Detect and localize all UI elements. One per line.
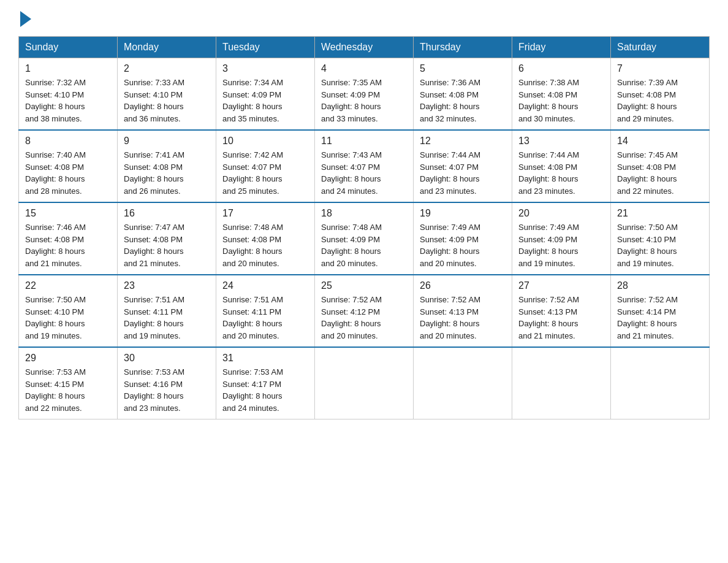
calendar-cell: 21 Sunrise: 7:50 AM Sunset: 4:10 PM Dayl… (611, 202, 710, 275)
day-number: 7 (617, 63, 703, 74)
calendar-cell: 6 Sunrise: 7:38 AM Sunset: 4:08 PM Dayli… (512, 58, 611, 131)
calendar-cell: 7 Sunrise: 7:39 AM Sunset: 4:08 PM Dayli… (611, 58, 710, 131)
day-number: 28 (617, 280, 703, 291)
day-number: 15 (25, 208, 111, 219)
day-info: Sunrise: 7:52 AM Sunset: 4:12 PM Dayligh… (321, 294, 407, 342)
day-info: Sunrise: 7:53 AM Sunset: 4:17 PM Dayligh… (222, 366, 308, 414)
day-info: Sunrise: 7:53 AM Sunset: 4:15 PM Dayligh… (25, 366, 111, 414)
calendar-header-row: SundayMondayTuesdayWednesdayThursdayFrid… (19, 37, 710, 58)
day-info: Sunrise: 7:53 AM Sunset: 4:16 PM Dayligh… (124, 366, 210, 414)
calendar-cell: 11 Sunrise: 7:43 AM Sunset: 4:07 PM Dayl… (315, 130, 414, 202)
calendar-week-row: 29 Sunrise: 7:53 AM Sunset: 4:15 PM Dayl… (19, 347, 710, 419)
day-info: Sunrise: 7:51 AM Sunset: 4:11 PM Dayligh… (124, 294, 210, 342)
day-number: 29 (25, 353, 111, 364)
day-number: 26 (420, 280, 506, 291)
calendar-week-row: 22 Sunrise: 7:50 AM Sunset: 4:10 PM Dayl… (19, 275, 710, 347)
day-of-week-header: Thursday (414, 37, 512, 58)
day-number: 27 (518, 280, 604, 291)
day-number: 17 (222, 208, 308, 219)
day-number: 14 (617, 136, 703, 147)
day-number: 11 (321, 136, 407, 147)
calendar-cell: 4 Sunrise: 7:35 AM Sunset: 4:09 PM Dayli… (315, 58, 414, 131)
day-number: 31 (222, 353, 308, 364)
day-of-week-header: Monday (118, 37, 216, 58)
day-info: Sunrise: 7:49 AM Sunset: 4:09 PM Dayligh… (420, 221, 506, 269)
calendar-cell: 24 Sunrise: 7:51 AM Sunset: 4:11 PM Dayl… (216, 275, 315, 347)
day-info: Sunrise: 7:52 AM Sunset: 4:14 PM Dayligh… (617, 294, 703, 342)
calendar-week-row: 8 Sunrise: 7:40 AM Sunset: 4:08 PM Dayli… (19, 130, 710, 202)
day-number: 2 (124, 63, 210, 74)
calendar-cell: 9 Sunrise: 7:41 AM Sunset: 4:08 PM Dayli… (118, 130, 216, 202)
calendar-cell: 16 Sunrise: 7:47 AM Sunset: 4:08 PM Dayl… (118, 202, 216, 275)
calendar-cell: 18 Sunrise: 7:48 AM Sunset: 4:09 PM Dayl… (315, 202, 414, 275)
calendar-cell: 13 Sunrise: 7:44 AM Sunset: 4:08 PM Dayl… (512, 130, 611, 202)
day-number: 25 (321, 280, 407, 291)
day-info: Sunrise: 7:33 AM Sunset: 4:10 PM Dayligh… (124, 77, 210, 124)
day-info: Sunrise: 7:43 AM Sunset: 4:07 PM Dayligh… (321, 149, 407, 197)
day-info: Sunrise: 7:36 AM Sunset: 4:08 PM Dayligh… (420, 77, 506, 124)
day-number: 21 (617, 208, 703, 219)
day-info: Sunrise: 7:32 AM Sunset: 4:10 PM Dayligh… (25, 77, 111, 124)
day-info: Sunrise: 7:52 AM Sunset: 4:13 PM Dayligh… (420, 294, 506, 342)
calendar-cell: 10 Sunrise: 7:42 AM Sunset: 4:07 PM Dayl… (216, 130, 315, 202)
calendar-cell (611, 347, 710, 419)
calendar-cell: 14 Sunrise: 7:45 AM Sunset: 4:08 PM Dayl… (611, 130, 710, 202)
day-info: Sunrise: 7:38 AM Sunset: 4:08 PM Dayligh… (518, 77, 604, 124)
calendar-cell: 17 Sunrise: 7:48 AM Sunset: 4:08 PM Dayl… (216, 202, 315, 275)
calendar-cell: 20 Sunrise: 7:49 AM Sunset: 4:09 PM Dayl… (512, 202, 611, 275)
day-number: 16 (124, 208, 210, 219)
calendar-week-row: 15 Sunrise: 7:46 AM Sunset: 4:08 PM Dayl… (19, 202, 710, 275)
calendar-cell: 5 Sunrise: 7:36 AM Sunset: 4:08 PM Dayli… (414, 58, 512, 131)
calendar-cell: 31 Sunrise: 7:53 AM Sunset: 4:17 PM Dayl… (216, 347, 315, 419)
day-info: Sunrise: 7:50 AM Sunset: 4:10 PM Dayligh… (617, 221, 703, 269)
day-info: Sunrise: 7:51 AM Sunset: 4:11 PM Dayligh… (222, 294, 308, 342)
day-info: Sunrise: 7:49 AM Sunset: 4:09 PM Dayligh… (518, 221, 604, 269)
day-of-week-header: Friday (512, 37, 611, 58)
day-info: Sunrise: 7:35 AM Sunset: 4:09 PM Dayligh… (321, 77, 407, 124)
calendar-week-row: 1 Sunrise: 7:32 AM Sunset: 4:10 PM Dayli… (19, 58, 710, 131)
page-header (18, 12, 710, 24)
day-number: 30 (124, 353, 210, 364)
calendar-cell: 30 Sunrise: 7:53 AM Sunset: 4:16 PM Dayl… (118, 347, 216, 419)
day-info: Sunrise: 7:41 AM Sunset: 4:08 PM Dayligh… (124, 149, 210, 197)
day-info: Sunrise: 7:39 AM Sunset: 4:08 PM Dayligh… (617, 77, 703, 124)
calendar-cell: 19 Sunrise: 7:49 AM Sunset: 4:09 PM Dayl… (414, 202, 512, 275)
calendar-cell: 8 Sunrise: 7:40 AM Sunset: 4:08 PM Dayli… (19, 130, 118, 202)
calendar-cell (315, 347, 414, 419)
day-number: 22 (25, 280, 111, 291)
day-of-week-header: Saturday (611, 37, 710, 58)
calendar-cell: 28 Sunrise: 7:52 AM Sunset: 4:14 PM Dayl… (611, 275, 710, 347)
day-info: Sunrise: 7:44 AM Sunset: 4:07 PM Dayligh… (420, 149, 506, 197)
calendar-cell: 29 Sunrise: 7:53 AM Sunset: 4:15 PM Dayl… (19, 347, 118, 419)
calendar-cell: 22 Sunrise: 7:50 AM Sunset: 4:10 PM Dayl… (19, 275, 118, 347)
day-info: Sunrise: 7:44 AM Sunset: 4:08 PM Dayligh… (518, 149, 604, 197)
day-info: Sunrise: 7:46 AM Sunset: 4:08 PM Dayligh… (25, 221, 111, 269)
calendar-cell: 12 Sunrise: 7:44 AM Sunset: 4:07 PM Dayl… (414, 130, 512, 202)
calendar-cell: 15 Sunrise: 7:46 AM Sunset: 4:08 PM Dayl… (19, 202, 118, 275)
day-of-week-header: Wednesday (315, 37, 414, 58)
day-info: Sunrise: 7:42 AM Sunset: 4:07 PM Dayligh… (222, 149, 308, 197)
day-of-week-header: Tuesday (216, 37, 315, 58)
logo-arrow-icon (20, 11, 31, 27)
logo (18, 12, 31, 24)
day-number: 8 (25, 136, 111, 147)
calendar-cell: 2 Sunrise: 7:33 AM Sunset: 4:10 PM Dayli… (118, 58, 216, 131)
calendar-cell (512, 347, 611, 419)
day-number: 1 (25, 63, 111, 74)
day-number: 5 (420, 63, 506, 74)
calendar-cell: 23 Sunrise: 7:51 AM Sunset: 4:11 PM Dayl… (118, 275, 216, 347)
calendar-cell: 25 Sunrise: 7:52 AM Sunset: 4:12 PM Dayl… (315, 275, 414, 347)
day-number: 12 (420, 136, 506, 147)
day-number: 13 (518, 136, 604, 147)
day-info: Sunrise: 7:48 AM Sunset: 4:08 PM Dayligh… (222, 221, 308, 269)
day-number: 23 (124, 280, 210, 291)
day-info: Sunrise: 7:45 AM Sunset: 4:08 PM Dayligh… (617, 149, 703, 197)
day-info: Sunrise: 7:50 AM Sunset: 4:10 PM Dayligh… (25, 294, 111, 342)
day-number: 3 (222, 63, 308, 74)
day-number: 19 (420, 208, 506, 219)
calendar-cell: 26 Sunrise: 7:52 AM Sunset: 4:13 PM Dayl… (414, 275, 512, 347)
day-info: Sunrise: 7:52 AM Sunset: 4:13 PM Dayligh… (518, 294, 604, 342)
day-number: 24 (222, 280, 308, 291)
calendar-cell: 1 Sunrise: 7:32 AM Sunset: 4:10 PM Dayli… (19, 58, 118, 131)
day-info: Sunrise: 7:47 AM Sunset: 4:08 PM Dayligh… (124, 221, 210, 269)
